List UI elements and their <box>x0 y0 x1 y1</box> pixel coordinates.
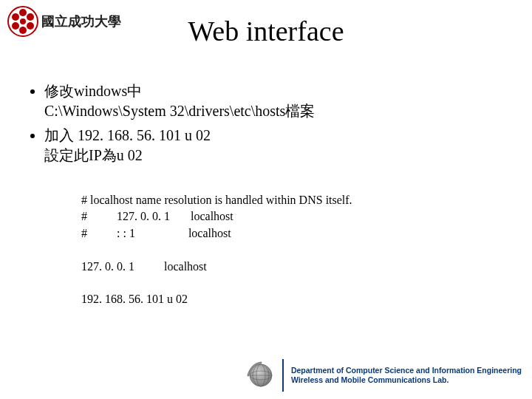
footer-line: Department of Computer Science and Infor… <box>291 366 522 375</box>
footer-divider <box>282 359 284 392</box>
bullet-text: 加入 192. 168. 56. 101 u 02 <box>44 127 211 143</box>
bullet-text: 修改windows中 <box>44 83 142 99</box>
footer-line: Wireless and Mobile Communications Lab. <box>291 375 522 385</box>
bullet-text: 設定此IP為u 02 <box>44 147 143 163</box>
code-line: # 127. 0. 0. 1 localhost <box>81 210 233 222</box>
code-line: 127. 0. 0. 1 localhost <box>81 260 207 273</box>
bullet-list: 修改windows中 C:\Windows\System 32\drivers\… <box>30 81 502 170</box>
code-line: 192. 168. 56. 101 u 02 <box>81 293 188 305</box>
bullet-item: 修改windows中 C:\Windows\System 32\drivers\… <box>44 81 502 121</box>
footer: Department of Computer Science and Infor… <box>247 359 522 392</box>
code-line: # : : 1 localhost <box>81 227 231 239</box>
slide: 國立成功大學 Web interface 修改windows中 C:\Windo… <box>0 0 532 399</box>
bullet-item: 加入 192. 168. 56. 101 u 02 設定此IP為u 02 <box>44 126 502 166</box>
footer-text: Department of Computer Science and Infor… <box>291 366 522 385</box>
slide-title: Web interface <box>0 15 532 47</box>
code-line: # localhost name resolution is handled w… <box>81 194 352 206</box>
hosts-file-snippet: # localhost name resolution is handled w… <box>81 192 352 308</box>
bullet-text: C:\Windows\System 32\drivers\etc\hosts檔案 <box>44 103 315 119</box>
globe-icon <box>247 361 275 389</box>
